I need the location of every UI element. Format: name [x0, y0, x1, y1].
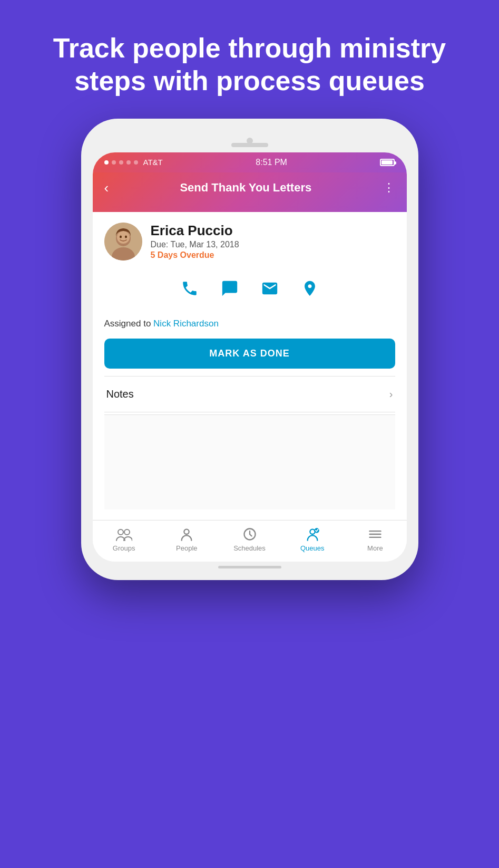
signal-dot-5 — [134, 160, 138, 165]
signal-dot-3 — [119, 160, 123, 165]
app-header: ‹ Send Thank You Letters ⋮ — [93, 172, 407, 212]
signal-carrier: AT&T — [104, 158, 163, 167]
call-icon[interactable] — [181, 279, 199, 302]
nav-item-people[interactable]: People — [155, 527, 218, 552]
notes-content-area — [104, 414, 395, 509]
svg-point-10 — [310, 529, 315, 534]
notes-row[interactable]: Notes › — [104, 379, 395, 410]
people-icon — [179, 527, 194, 542]
assigned-row: Assigned to Nick Richardson — [104, 313, 395, 339]
person-row: Erica Puccio Due: Tue, Mar 13, 2018 5 Da… — [104, 223, 395, 261]
message-icon[interactable] — [221, 279, 239, 302]
battery-icon — [380, 159, 395, 166]
phone-screen: AT&T 8:51 PM ‹ Send Thank You Letters ⋮ — [93, 152, 407, 562]
assigned-name[interactable]: Nick Richardson — [153, 319, 219, 329]
assigned-prefix: Assigned to — [104, 319, 151, 329]
nav-label-queues: Queues — [300, 544, 325, 552]
svg-point-3 — [117, 231, 130, 244]
phone-frame: AT&T 8:51 PM ‹ Send Thank You Letters ⋮ — [81, 119, 418, 580]
battery-fill — [381, 160, 392, 165]
person-info: Erica Puccio Due: Tue, Mar 13, 2018 5 Da… — [151, 223, 395, 260]
more-icon — [368, 527, 383, 542]
nav-item-groups[interactable]: Groups — [93, 527, 155, 552]
home-indicator — [218, 566, 281, 568]
more-menu-button[interactable]: ⋮ — [383, 181, 395, 195]
nav-label-groups: Groups — [113, 544, 135, 552]
nav-label-people: People — [176, 544, 197, 552]
divider-1 — [104, 376, 395, 377]
schedules-icon — [242, 527, 257, 542]
nav-label-more: More — [367, 544, 383, 552]
avatar — [104, 223, 142, 261]
due-date: Due: Tue, Mar 13, 2018 — [151, 240, 395, 249]
nav-item-queues[interactable]: Queues — [281, 527, 344, 552]
person-name: Erica Puccio — [151, 223, 395, 239]
svg-point-6 — [118, 529, 123, 535]
header-title: Send Thank You Letters — [109, 181, 383, 195]
overdue-label: 5 Days Overdue — [151, 250, 395, 260]
svg-point-7 — [124, 529, 130, 535]
svg-point-4 — [120, 235, 122, 238]
divider-2 — [104, 412, 395, 412]
svg-point-8 — [184, 529, 189, 534]
back-button[interactable]: ‹ — [104, 180, 109, 196]
nav-item-schedules[interactable]: Schedules — [218, 527, 281, 552]
groups-icon — [115, 527, 132, 542]
status-bar: AT&T 8:51 PM — [93, 152, 407, 172]
nav-item-more[interactable]: More — [344, 527, 406, 552]
signal-dot-2 — [112, 160, 116, 165]
hero-title: Track people through ministry steps with… — [0, 0, 499, 119]
carrier-name: AT&T — [143, 158, 163, 167]
queues-icon — [305, 527, 320, 542]
signal-dot-1 — [104, 160, 109, 165]
bottom-nav: Groups People Schedules — [93, 520, 407, 562]
signal-dot-4 — [126, 160, 131, 165]
notes-label: Notes — [106, 388, 134, 400]
content-area: Erica Puccio Due: Tue, Mar 13, 2018 5 Da… — [93, 212, 407, 520]
svg-point-5 — [125, 235, 127, 238]
mark-done-button[interactable]: MARK AS DONE — [104, 339, 395, 369]
time-display: 8:51 PM — [256, 158, 287, 167]
nav-label-schedules: Schedules — [233, 544, 266, 552]
email-icon[interactable] — [261, 279, 279, 302]
action-icons-row — [104, 271, 395, 313]
chevron-right-icon: › — [389, 388, 393, 400]
phone-camera — [247, 138, 253, 144]
location-icon[interactable] — [301, 279, 319, 302]
